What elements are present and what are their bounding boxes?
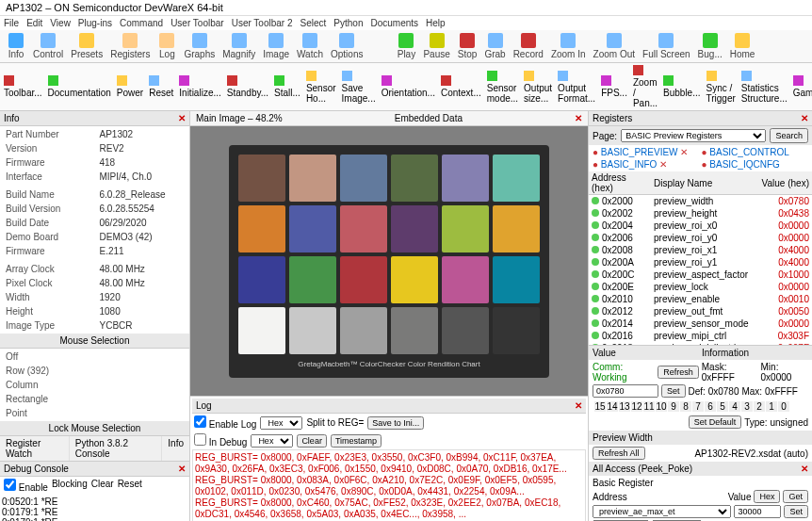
mouse-row[interactable]: Rectangle	[2, 393, 187, 405]
tb2-gamma-[interactable]: Gamma...	[793, 75, 812, 98]
save-to-ini-button[interactable]: Save to Ini...	[367, 416, 424, 430]
tb2-reset[interactable]: Reset	[149, 75, 173, 98]
toolbar-magnify[interactable]: Magnify	[219, 32, 258, 60]
toolbar-play[interactable]: Play	[394, 32, 418, 60]
search-button[interactable]: Search	[770, 128, 808, 143]
link-basic-info[interactable]: BASIC_INFO	[601, 159, 657, 170]
mouse-row[interactable]: Off	[2, 350, 187, 363]
mouse-row[interactable]: Column	[2, 379, 187, 391]
image-viewport[interactable]: GretagMacbeth™ ColorChecker Color Rendit…	[190, 126, 588, 396]
menu-documents[interactable]: Documents	[370, 18, 418, 28]
close-icon[interactable]: ✕	[801, 113, 808, 123]
get-button[interactable]: Get	[783, 490, 808, 503]
mouse-row[interactable]: Point	[2, 407, 187, 419]
bit-7[interactable]: 7	[692, 401, 704, 412]
debug-reset[interactable]: Reset	[118, 479, 142, 493]
tb2-output-size-[interactable]: Output size...	[524, 71, 552, 104]
menu-usertoolbar[interactable]: User Toolbar	[171, 18, 224, 28]
toolbar-control[interactable]: Control	[30, 32, 66, 60]
refresh-all-button[interactable]: Refresh All	[593, 447, 645, 460]
address-select[interactable]: preview_ae_max_et	[593, 505, 731, 518]
toolbar-options[interactable]: Options	[328, 32, 365, 60]
tb2-sync-trigger[interactable]: Sync / Trigger	[706, 71, 736, 104]
tb2-sensor-ho-[interactable]: Sensor Ho...	[306, 71, 336, 104]
tb2-initialize-[interactable]: Initialize...	[179, 75, 220, 98]
tb2-orientation-[interactable]: Orientation...	[382, 75, 435, 98]
toolbar-presets[interactable]: Presets	[68, 32, 106, 60]
toolbar-info[interactable]: Info	[4, 32, 28, 60]
bit-14[interactable]: 14	[607, 401, 618, 412]
close-icon[interactable]: ✕	[575, 113, 582, 123]
bit-6[interactable]: 6	[705, 401, 716, 412]
split-to-reg[interactable]: Split to REG=	[306, 417, 364, 428]
toolbar-bug...[interactable]: Bug...	[695, 32, 725, 60]
tb2-documentation[interactable]: Documentation	[48, 75, 111, 98]
toolbar-watch[interactable]: Watch	[294, 32, 326, 60]
tab-info[interactable]: Info	[162, 436, 189, 461]
close-icon[interactable]: ✕	[680, 147, 688, 157]
tb2-output-format-[interactable]: Output Format...	[558, 71, 595, 104]
register-row[interactable]: 0x2000preview_width0x0780	[589, 195, 812, 208]
hex-button[interactable]: Hex	[754, 490, 780, 503]
register-table-scroll[interactable]: Address (hex)Display NameValue (hex) 0x2…	[589, 171, 812, 345]
tb2-statistics-structure-[interactable]: Statistics Structure...	[741, 71, 788, 104]
register-row[interactable]: 0x200Cpreview_aspect_factor0x1000	[589, 269, 812, 281]
toolbar-zoom out[interactable]: Zoom Out	[591, 32, 638, 60]
toolbar-grab[interactable]: Grab	[481, 32, 508, 60]
refresh-button[interactable]: Refresh	[658, 366, 699, 379]
tb2-context-[interactable]: Context...	[441, 75, 481, 98]
bit-1[interactable]: 1	[766, 401, 777, 412]
value-input[interactable]	[593, 384, 658, 398]
set-button[interactable]: Set	[784, 505, 808, 518]
bit-4[interactable]: 4	[729, 401, 740, 412]
bit-9[interactable]: 9	[668, 401, 679, 412]
menu-edit[interactable]: Edit	[26, 18, 42, 28]
register-row[interactable]: 0x2002preview_height0x0438	[589, 207, 812, 220]
value-field[interactable]	[734, 505, 781, 518]
menu-file[interactable]: File	[4, 18, 19, 28]
timestamp-button[interactable]: Timestamp	[331, 434, 382, 448]
toolbar-stop[interactable]: Stop	[455, 32, 480, 60]
bit-13[interactable]: 13	[619, 401, 630, 412]
menu-view[interactable]: View	[50, 18, 71, 28]
register-row[interactable]: 0x2014preview_sensor_mode0x0000	[589, 317, 812, 330]
tb2-standby-[interactable]: Standby...	[227, 75, 268, 98]
tb2-fps-[interactable]: FPS...	[601, 75, 627, 98]
register-row[interactable]: 0x200Epreview_lock0x0000	[589, 281, 812, 293]
tb2-stall-[interactable]: Stall...	[274, 75, 300, 98]
bit-11[interactable]: 11	[643, 401, 655, 412]
tb2-toolbar-[interactable]: Toolbar...	[4, 75, 42, 98]
mouse-row[interactable]: Row (392)	[2, 365, 187, 377]
toolbar-registers[interactable]: Registers	[107, 32, 153, 60]
tab-python-console[interactable]: Python 3.8.2 Console	[70, 436, 162, 461]
link-basic-control[interactable]: BASIC_CONTROL	[709, 147, 788, 157]
toolbar-pause[interactable]: Pause	[420, 32, 452, 60]
toolbar-full screen[interactable]: Full Screen	[640, 32, 693, 60]
menu-usertoolbar2[interactable]: User Toolbar 2	[232, 18, 293, 28]
in-debug-checkbox[interactable]: In Debug	[194, 433, 247, 448]
register-row[interactable]: 0x2016preview_mipi_ctrl0x303F	[589, 330, 812, 342]
bit-2[interactable]: 2	[754, 401, 765, 412]
toolbar-record[interactable]: Record	[511, 32, 546, 60]
register-row[interactable]: 0x2010preview_enable0x0010	[589, 293, 812, 305]
register-row[interactable]: 0x2006preview_roi_y00x0000	[589, 232, 812, 244]
tb2-bubble-[interactable]: Bubble...	[663, 75, 700, 98]
register-row[interactable]: 0x2004preview_roi_x00x0000	[589, 220, 812, 232]
tb2-power[interactable]: Power	[117, 75, 143, 98]
set-button[interactable]: Set	[661, 384, 686, 398]
menu-plugins[interactable]: Plug-ins	[78, 18, 112, 28]
close-icon[interactable]: ✕	[178, 113, 186, 123]
menu-select[interactable]: Select	[300, 18, 327, 28]
tab-register-watch[interactable]: Register Watch	[0, 436, 69, 461]
bit-15[interactable]: 15	[594, 401, 606, 412]
bit-10[interactable]: 10	[656, 401, 667, 412]
close-icon[interactable]: ✕	[659, 159, 667, 170]
tb2-zoom-pan-[interactable]: Zoom / Pan...	[633, 65, 658, 108]
bit-8[interactable]: 8	[680, 401, 691, 412]
tb2-save-image-[interactable]: Save Image...	[342, 71, 376, 104]
menu-command[interactable]: Command	[120, 18, 163, 28]
clear-button[interactable]: Clear	[297, 434, 327, 448]
menu-python[interactable]: Python	[333, 18, 363, 28]
debug-format-select[interactable]: Hex	[251, 434, 293, 448]
toolbar-graphs[interactable]: Graphs	[181, 32, 218, 60]
